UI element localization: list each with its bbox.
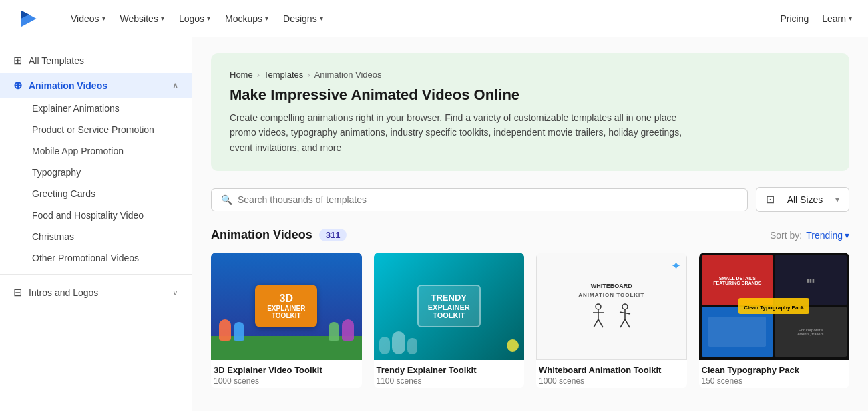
card-thumb-3d: 3D EXPLAINER TOOLKIT	[211, 253, 362, 360]
nav-logos-label: Logos	[179, 13, 204, 24]
animation-icon: ⊕	[13, 79, 22, 92]
card-whiteboard[interactable]: WHITEBOARD ANIMATION TOOLKIT	[536, 253, 687, 388]
chevron-down-icon: ▾	[835, 195, 839, 204]
card-name: 3D Explainer Video Toolkit	[214, 365, 359, 375]
chevron-down-icon: ▾	[320, 15, 323, 22]
sidebar-sub-item-christmas[interactable]: Christmas	[32, 226, 192, 247]
nav-pricing[interactable]: Pricing	[780, 13, 809, 24]
sidebar-divider	[0, 274, 192, 275]
top-navbar: Videos ▾ Websites ▾ Logos ▾ Mockups ▾ De…	[0, 0, 868, 37]
christmas-label: Christmas	[32, 231, 74, 242]
sidebar: ⊞ All Templates ⊕ Animation Videos ∧ Exp…	[0, 37, 192, 411]
nav-item-logos[interactable]: Logos ▾	[172, 8, 217, 29]
chevron-up-icon: ∧	[172, 81, 178, 90]
greeting-label: Greeting Cards	[32, 188, 95, 199]
sort-value[interactable]: Trending ▾	[806, 230, 849, 241]
breadcrumb: Home › Templates › Animation Videos	[230, 70, 831, 80]
card-thumb-typography: SMALL DETAILSFEATURING BRANDS ▮▮▮ For co…	[699, 253, 850, 360]
size-filter[interactable]: ⊡ All Sizes ▾	[756, 187, 849, 212]
sidebar-item-all-templates[interactable]: ⊞ All Templates	[0, 48, 192, 73]
nav-right: Pricing Learn ▾	[780, 13, 852, 24]
nav-item-mockups[interactable]: Mockups ▾	[218, 8, 275, 29]
nav-learn[interactable]: Learn ▾	[822, 13, 852, 24]
typography-label: Typography	[32, 167, 81, 178]
chevron-down-icon: ▾	[207, 15, 210, 22]
all-templates-label: All Templates	[29, 55, 84, 66]
sort-row: Sort by: Trending ▾	[770, 230, 849, 241]
card-thumb-trendy: TRENDY EXPLAINER TOOLKIT	[374, 253, 525, 360]
chevron-down-icon: ▾	[845, 230, 849, 241]
hero-title: Make Impressive Animated Videos Online	[230, 86, 831, 104]
card-info: Clean Typography Pack 150 scenes	[699, 360, 850, 388]
intros-icon: ⊟	[13, 286, 22, 299]
card-name: Trendy Explainer Toolkit	[377, 365, 522, 375]
breadcrumb-templates[interactable]: Templates	[264, 70, 303, 80]
card-name: Clean Typography Pack	[702, 365, 847, 375]
hero-description: Create compelling animations right in yo…	[230, 110, 684, 155]
breadcrumb-current: Animation Videos	[314, 70, 382, 80]
sidebar-sub-item-explainer[interactable]: Explainer Animations	[32, 98, 192, 119]
nav-item-designs[interactable]: Designs ▾	[276, 8, 330, 29]
card-info: Whiteboard Animation Toolkit 1000 scenes	[536, 360, 687, 388]
breadcrumb-sep-1: ›	[257, 70, 260, 80]
svg-line-5	[594, 319, 598, 327]
explainer-label: Explainer Animations	[32, 103, 120, 114]
animation-videos-label: Animation Videos	[29, 80, 107, 91]
chevron-down-icon: ∨	[172, 288, 178, 297]
product-label: Product or Service Promotion	[32, 124, 154, 135]
nav-item-videos[interactable]: Videos ▾	[64, 8, 112, 29]
sidebar-sub-item-typography[interactable]: Typography	[32, 162, 192, 183]
svg-point-2	[596, 304, 601, 309]
nav-websites-label: Websites	[120, 13, 158, 24]
breadcrumb-sep-2: ›	[307, 70, 310, 80]
sidebar-sub-items: Explainer Animations Product or Service …	[0, 98, 192, 269]
svg-line-10	[620, 319, 625, 327]
other-label: Other Promotional Videos	[32, 253, 139, 263]
svg-point-7	[622, 304, 628, 309]
grid-title: Animation Videos	[211, 228, 312, 242]
chevron-down-icon: ▾	[849, 15, 852, 22]
intros-label: Intros and Logos	[29, 287, 98, 298]
card-thumb-whiteboard: WHITEBOARD ANIMATION TOOLKIT	[536, 253, 687, 360]
nav-item-websites[interactable]: Websites ▾	[114, 8, 171, 29]
sidebar-sub-item-food[interactable]: Food and Hospitality Video	[32, 204, 192, 226]
sidebar-sub-item-other[interactable]: Other Promotional Videos	[32, 247, 192, 269]
search-icon: 🔍	[221, 194, 232, 205]
sidebar-sub-item-greeting[interactable]: Greeting Cards	[32, 183, 192, 204]
sidebar-item-animation-videos[interactable]: ⊕ Animation Videos ∧	[0, 73, 192, 98]
nav-designs-label: Designs	[283, 13, 317, 24]
sidebar-sub-item-product[interactable]: Product or Service Promotion	[32, 119, 192, 140]
card-info: Trendy Explainer Toolkit 1100 scenes	[374, 360, 525, 388]
card-scenes: 1000 scenes	[539, 376, 684, 386]
grid-icon: ⊞	[13, 54, 22, 67]
search-box[interactable]: 🔍	[211, 188, 748, 211]
card-scenes: 150 scenes	[702, 376, 847, 386]
breadcrumb-home[interactable]: Home	[230, 70, 253, 80]
food-label: Food and Hospitality Video	[32, 210, 144, 221]
search-row: 🔍 ⊡ All Sizes ▾	[211, 187, 849, 212]
chevron-down-icon: ▾	[102, 15, 105, 22]
main-content: Home › Templates › Animation Videos Make…	[192, 37, 868, 411]
size-filter-icon: ⊡	[766, 193, 775, 206]
search-input[interactable]	[238, 194, 738, 205]
card-3d-explainer[interactable]: 3D EXPLAINER TOOLKIT	[211, 253, 362, 388]
card-info: 3D Explainer Video Toolkit 1000 scenes	[211, 360, 362, 388]
svg-line-11	[625, 319, 630, 327]
nav-videos-label: Videos	[71, 13, 99, 24]
card-scenes: 1100 scenes	[377, 376, 522, 386]
sidebar-item-intros[interactable]: ⊟ Intros and Logos ∨	[0, 280, 192, 305]
card-name: Whiteboard Animation Toolkit	[539, 365, 684, 375]
size-filter-label: All Sizes	[787, 194, 823, 205]
svg-line-6	[598, 319, 603, 327]
card-scenes: 1000 scenes	[214, 376, 359, 386]
card-trendy-explainer[interactable]: TRENDY EXPLAINER TOOLKIT	[374, 253, 525, 388]
grid-header: Animation Videos 311 Sort by: Trending ▾	[211, 228, 849, 242]
logo[interactable]	[16, 7, 40, 31]
sidebar-sub-item-mobile[interactable]: Mobile App Promotion	[32, 140, 192, 162]
chevron-down-icon: ▾	[265, 15, 268, 22]
nav-links: Videos ▾ Websites ▾ Logos ▾ Mockups ▾ De…	[64, 8, 330, 29]
sort-by-label: Sort by:	[770, 230, 802, 241]
chevron-down-icon: ▾	[161, 15, 164, 22]
nav-mockups-label: Mockups	[225, 13, 262, 24]
card-typography[interactable]: SMALL DETAILSFEATURING BRANDS ▮▮▮ For co…	[699, 253, 850, 388]
